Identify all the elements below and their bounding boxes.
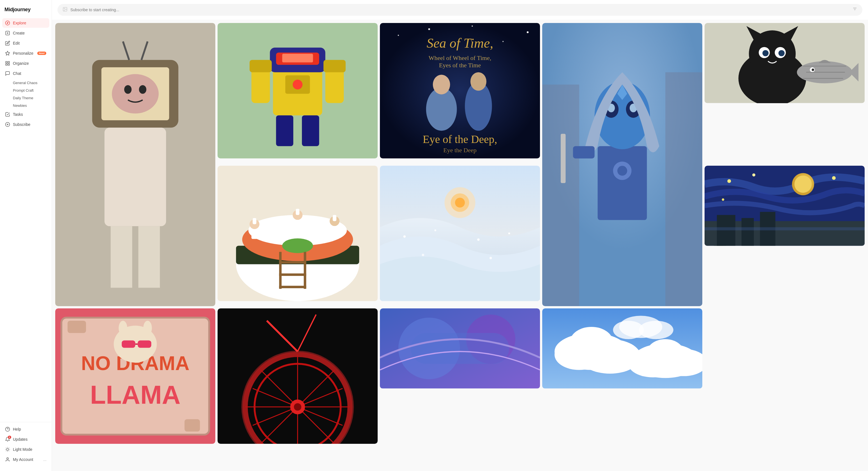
svg-point-34 bbox=[139, 85, 146, 94]
compass-icon bbox=[5, 21, 10, 26]
svg-rect-69 bbox=[542, 85, 579, 307]
sidebar-item-subscribe-label: Subscribe bbox=[13, 122, 30, 127]
svg-point-54 bbox=[398, 35, 399, 36]
svg-point-81 bbox=[617, 166, 627, 176]
gallery-item[interactable]: NO DRAMA LLAMA bbox=[55, 308, 215, 444]
chat-icon bbox=[5, 71, 10, 76]
gallery-item[interactable] bbox=[218, 308, 378, 444]
svg-point-57 bbox=[527, 31, 529, 33]
gallery-item[interactable]: Sea of Time, Wheel of Wheel of Time, Eye… bbox=[380, 23, 540, 163]
search-bar-container bbox=[52, 0, 868, 20]
svg-rect-112 bbox=[296, 209, 300, 215]
svg-rect-5 bbox=[6, 61, 7, 63]
search-bar bbox=[58, 4, 862, 16]
svg-rect-6 bbox=[8, 61, 9, 63]
svg-point-58 bbox=[471, 26, 473, 27]
svg-text:Eyes of the Time: Eyes of the Time bbox=[439, 62, 481, 69]
svg-point-89 bbox=[762, 50, 769, 56]
sidebar-item-edit[interactable]: Edit bbox=[2, 38, 49, 48]
gallery-item[interactable] bbox=[542, 308, 702, 444]
svg-point-184 bbox=[639, 321, 674, 339]
svg-rect-172 bbox=[411, 333, 509, 364]
svg-point-124 bbox=[490, 257, 492, 259]
svg-point-130 bbox=[795, 176, 812, 193]
svg-rect-143 bbox=[68, 321, 86, 333]
filter-icon[interactable] bbox=[852, 7, 857, 13]
gallery-item[interactable] bbox=[705, 23, 865, 163]
svg-point-165 bbox=[294, 403, 301, 410]
svg-point-123 bbox=[422, 254, 424, 256]
svg-point-181 bbox=[647, 339, 684, 367]
svg-rect-8 bbox=[8, 64, 9, 65]
sidebar-item-updates[interactable]: 8 Updates bbox=[2, 435, 49, 444]
svg-rect-71 bbox=[598, 146, 647, 220]
svg-line-17 bbox=[6, 448, 6, 448]
gallery-item[interactable] bbox=[218, 23, 378, 163]
bell-icon: 8 bbox=[5, 437, 10, 442]
svg-point-94 bbox=[812, 69, 814, 71]
sidebar-item-explore[interactable]: Explore bbox=[2, 18, 49, 28]
my-account-more[interactable]: ... bbox=[43, 457, 46, 462]
svg-point-65 bbox=[470, 72, 487, 91]
chat-submenu-prompt-craft[interactable]: Prompt Craft bbox=[10, 87, 49, 94]
gallery-item[interactable] bbox=[380, 308, 540, 444]
personalize-icon bbox=[5, 51, 10, 56]
chat-submenu-general-chaos[interactable]: General Chaos bbox=[10, 79, 49, 86]
gallery-item[interactable] bbox=[705, 166, 865, 306]
chat-submenu-daily-theme[interactable]: Daily Theme bbox=[10, 94, 49, 101]
svg-text:Sea of Time,: Sea of Time, bbox=[427, 36, 493, 51]
sidebar-item-help[interactable]: Help bbox=[2, 425, 49, 434]
svg-point-122 bbox=[508, 232, 510, 234]
create-icon bbox=[5, 31, 10, 36]
svg-rect-108 bbox=[331, 226, 338, 236]
svg-text:Eye of the Deep,: Eye of the Deep, bbox=[423, 133, 497, 146]
help-icon bbox=[5, 427, 10, 432]
sidebar-item-tasks[interactable]: Tasks bbox=[2, 109, 49, 119]
gallery-item[interactable] bbox=[55, 23, 215, 306]
svg-rect-115 bbox=[279, 261, 306, 264]
sidebar-item-light-mode[interactable]: Light Mode bbox=[2, 445, 49, 454]
svg-text:Wheel of Wheel of Time,: Wheel of Wheel of Time, bbox=[429, 54, 491, 61]
svg-point-14 bbox=[6, 448, 9, 450]
svg-point-52 bbox=[293, 80, 303, 89]
svg-rect-150 bbox=[138, 340, 151, 348]
svg-rect-144 bbox=[184, 419, 200, 432]
svg-rect-48 bbox=[323, 60, 346, 72]
svg-rect-105 bbox=[251, 229, 258, 239]
chat-submenu-newbies[interactable]: Newbies bbox=[10, 102, 49, 109]
svg-point-153 bbox=[143, 321, 152, 336]
sidebar-item-organize[interactable]: Organize bbox=[2, 59, 49, 68]
sidebar-item-my-account[interactable]: My Account ... bbox=[2, 455, 49, 464]
sidebar-item-create-label: Create bbox=[13, 31, 25, 35]
updates-badge: 8 bbox=[8, 436, 11, 439]
sidebar-item-help-label: Help bbox=[13, 427, 21, 432]
svg-point-120 bbox=[434, 229, 436, 231]
svg-point-119 bbox=[403, 235, 406, 238]
sidebar-item-create[interactable]: Create bbox=[2, 28, 49, 38]
svg-rect-78 bbox=[573, 146, 595, 158]
svg-marker-1 bbox=[7, 22, 8, 24]
svg-rect-116 bbox=[279, 273, 306, 276]
svg-rect-38 bbox=[111, 226, 132, 288]
user-icon bbox=[5, 457, 10, 462]
gallery-item[interactable] bbox=[380, 166, 540, 306]
svg-point-121 bbox=[477, 238, 480, 241]
svg-point-127 bbox=[455, 198, 465, 208]
chat-submenu: General Chaos Prompt Craft Daily Theme N… bbox=[2, 79, 49, 109]
svg-point-25 bbox=[64, 8, 64, 9]
gallery-item[interactable] bbox=[542, 23, 702, 306]
sidebar-item-chat[interactable]: Chat bbox=[2, 69, 49, 78]
subscribe-icon bbox=[5, 122, 10, 127]
svg-rect-139 bbox=[705, 227, 865, 230]
sidebar-item-personalize[interactable]: Personalize New! bbox=[2, 49, 49, 58]
gallery-item[interactable] bbox=[218, 166, 378, 306]
gallery: Sea of Time, Wheel of Wheel of Time, Eye… bbox=[52, 20, 868, 471]
svg-point-131 bbox=[727, 179, 731, 183]
search-input[interactable] bbox=[70, 7, 849, 12]
svg-rect-114 bbox=[304, 252, 306, 289]
sidebar-item-subscribe[interactable]: Subscribe bbox=[2, 120, 49, 129]
svg-point-55 bbox=[428, 28, 430, 30]
svg-rect-44 bbox=[282, 54, 313, 63]
svg-rect-117 bbox=[279, 286, 306, 288]
svg-point-152 bbox=[119, 321, 127, 336]
